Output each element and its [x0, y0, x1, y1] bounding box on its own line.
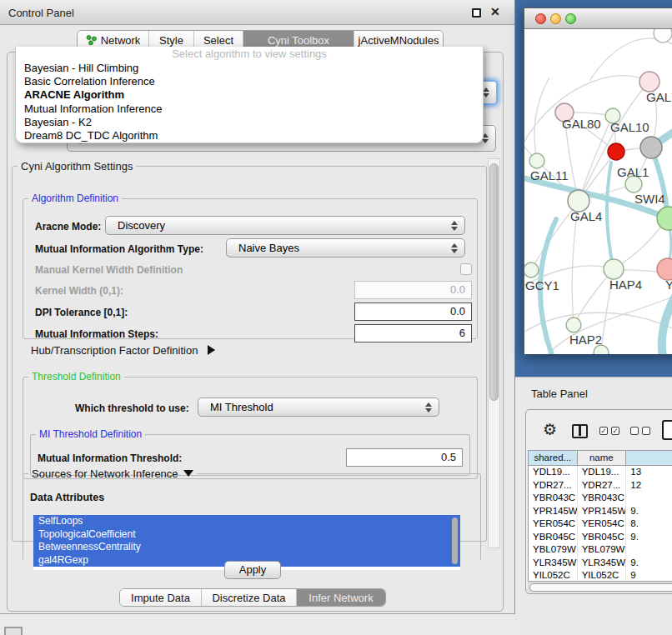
network-node-label: GAL10 [610, 120, 649, 134]
network-node[interactable] [529, 153, 544, 168]
table-row[interactable]: YDL19...YDL19...13 [529, 466, 672, 479]
table-row[interactable]: YBR045CYBR045C9. [529, 531, 672, 544]
network-node[interactable] [604, 259, 624, 279]
network-icon [86, 35, 97, 45]
table-panel-body: ⚙ ✓ ✓ shared...name YDL19...YDL19...13YD… [525, 409, 672, 594]
table-row[interactable]: YDR27...YDR27...12 [529, 479, 672, 492]
hub-definition-toggle[interactable]: Hub/Transcription Factor Definition [31, 344, 215, 357]
deselect-all-icon[interactable] [630, 427, 650, 435]
mi-threshold-title: MI Threshold Definition [36, 428, 145, 440]
control-panel-titlebar: Control Panel ✕ [0, 0, 514, 25]
checked-box-icon: ✓ [599, 427, 608, 435]
network-node[interactable] [608, 143, 624, 160]
network-node[interactable] [639, 72, 659, 92]
minimize-traffic-light-icon[interactable] [550, 13, 561, 24]
table-row[interactable]: YBR043CYBR043C [529, 492, 672, 505]
close-icon[interactable]: ✕ [490, 5, 500, 18]
tab-discretize-data[interactable]: Discretize Data [202, 589, 297, 606]
network-node[interactable] [654, 29, 672, 42]
table-hscrollbar[interactable] [528, 581, 672, 592]
tab-style-label: Style [159, 34, 183, 47]
stepper-icon [425, 402, 433, 412]
table-row[interactable]: YBL079WYBL079W [529, 543, 672, 557]
table-row[interactable]: YPR145WYPR145W9. [529, 505, 672, 518]
table-column-header[interactable]: shared... [529, 451, 578, 465]
node-attribute-table[interactable]: shared...name YDL19...YDL19...13YDR27...… [528, 450, 672, 581]
network-canvas[interactable]: GAL7GAL80GAL10GAL1GAL11SWI4GAL4GCY1HAP4Y… [524, 29, 672, 354]
kernel-width-field[interactable]: 0.0 [354, 281, 472, 299]
dropdown-item[interactable]: ARACNE Algorithm [16, 88, 483, 102]
cyni-algorithm-settings-group: Cyni Algorithm Settings Algorithm Defini… [12, 160, 487, 542]
close-traffic-light-icon[interactable] [535, 13, 546, 24]
network-node-label: Y [665, 278, 672, 292]
aracne-mode-combo[interactable]: Discovery [105, 216, 465, 235]
dropdown-item[interactable]: Bayesian - K2 [16, 116, 483, 129]
table-column-header[interactable] [626, 451, 672, 465]
manual-kernel-checkbox[interactable] [460, 263, 472, 275]
table-cell: YBR043C [578, 492, 627, 505]
attribute-list-item[interactable]: BetweennessCentrality [33, 541, 460, 554]
which-threshold-label: Which threshold to use: [75, 402, 189, 414]
which-threshold-combo[interactable]: MI Threshold [198, 398, 439, 417]
table-cell [626, 492, 672, 505]
mi-steps-field[interactable]: 6 [354, 324, 472, 342]
mi-threshold-field[interactable]: 0.5 [346, 448, 463, 467]
mi-steps-label: Mutual Information Steps: [35, 328, 158, 340]
network-node[interactable] [640, 137, 662, 158]
tab-jactivemnodules-label: jActiveMNodules [359, 34, 439, 47]
dropdown-item[interactable]: Mutual Information Inference [16, 102, 483, 116]
sources-title-row[interactable]: Sources for Network Inference [28, 468, 197, 480]
table-hscrollbar-thumb[interactable] [529, 583, 672, 592]
column-browser-icon[interactable] [572, 424, 588, 438]
threshold-definition-group: Threshold Definition Which threshold to … [23, 371, 478, 479]
table-cell: 9. [626, 557, 672, 570]
network-window-titlebar[interactable] [524, 8, 672, 29]
table-cell: YDL19... [529, 466, 578, 479]
dpi-tolerance-field[interactable]: 0.0 [354, 302, 472, 321]
collapsed-arrow-icon [208, 345, 215, 355]
zoom-traffic-light-icon[interactable] [565, 13, 576, 24]
table-row[interactable]: YLR345WYLR345W9. [529, 557, 672, 570]
float-icon[interactable] [472, 8, 481, 18]
tab-impute-data[interactable]: Impute Data [120, 589, 202, 606]
mi-type-combo[interactable]: Naive Bayes [226, 238, 465, 258]
cyni-algorithm-settings-title: Cyni Algorithm Settings [18, 160, 136, 172]
apply-button[interactable]: Apply [224, 561, 281, 579]
settings-scrollbar-thumb[interactable] [489, 163, 499, 401]
file-icon[interactable] [662, 420, 672, 440]
table-row[interactable]: YIL052CYIL052C9 [529, 569, 672, 581]
unchecked-box-icon [630, 427, 639, 435]
attribute-list-item[interactable]: SelfLoops [33, 515, 460, 528]
attribute-list-item[interactable]: TopologicalCoefficient [33, 528, 460, 542]
table-cell: 9. [626, 505, 672, 518]
network-view-window[interactable]: GAL7GAL80GAL10GAL1GAL11SWI4GAL4GCY1HAP4Y… [524, 8, 672, 353]
unchecked-box-icon [642, 427, 650, 435]
table-cell: YLR345W [529, 557, 578, 570]
table-column-header[interactable]: name [578, 451, 627, 465]
collapsed-panel-icon[interactable] [4, 627, 23, 635]
network-node[interactable] [524, 262, 539, 278]
dropdown-item[interactable]: Basic Correlation Inference [16, 75, 483, 88]
dropdown-item[interactable]: Dream8 DC_TDC Algorithm [16, 129, 483, 142]
tab-infer-network[interactable]: Infer Network [297, 589, 385, 606]
select-all-icon[interactable]: ✓ ✓ [599, 427, 619, 435]
table-cell: YER054C [578, 518, 627, 531]
sources-group: Sources for Network Inference Data Attri… [23, 468, 481, 561]
expanded-arrow-icon [183, 470, 193, 477]
dpi-tolerance-label: DPI Tolerance [0,1]: [35, 307, 128, 318]
table-cell: YDR27... [578, 479, 627, 492]
settings-scroll-area: Cyni Algorithm Settings Algorithm Defini… [10, 158, 500, 548]
network-node-label: GAL1 [617, 165, 649, 179]
algorithm-dropdown: Select algorithm to view settings Bayesi… [15, 47, 484, 143]
list-scrollbar-thumb[interactable] [452, 518, 458, 564]
gear-icon[interactable]: ⚙ [543, 420, 557, 439]
settings-scrollbar[interactable] [488, 158, 500, 548]
stepper-icon [483, 88, 490, 98]
table-cell: YBR045C [578, 531, 627, 544]
network-node-label: GAL11 [530, 168, 569, 182]
table-cell: 9 [626, 569, 672, 581]
dropdown-item[interactable]: Bayesian - Hill Climbing [16, 62, 483, 75]
network-node[interactable] [657, 207, 672, 230]
network-node[interactable] [566, 318, 581, 332]
table-row[interactable]: YER054CYER054C8. [529, 518, 672, 531]
